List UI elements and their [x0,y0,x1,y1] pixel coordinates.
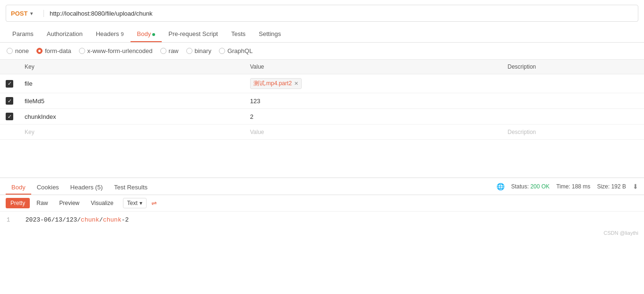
tab-headers[interactable]: Headers 9 [89,27,131,42]
radio-raw[interactable]: raw [160,47,179,54]
table-row: ✓ fileMd5 123 [0,93,644,109]
row2-key[interactable]: fileMd5 [19,93,244,109]
format-preview-button[interactable]: Preview [54,198,84,208]
body-dot-indicator [152,33,155,36]
tab-settings[interactable]: Settings [252,27,287,42]
url-input[interactable] [44,10,638,17]
row3-checkbox-cell[interactable]: ✓ [0,109,19,125]
status-code: 200 OK [531,183,550,190]
format-toolbar: Pretty Raw Preview Visualize Text ▾ ⇌ [0,195,644,212]
status-time: 188 ms [572,183,590,190]
tab-pre-request-script[interactable]: Pre-request Script [162,27,225,42]
code-content: 2023-06/13/123/chunk/chunk-2 [26,216,129,223]
row1-checkbox[interactable]: ✓ [6,80,13,88]
row1-value[interactable]: 测试.mp4.part2 ✕ [244,74,502,93]
table-header-key: Key [19,60,244,74]
radio-none[interactable]: none [7,47,29,54]
size-label: Size: 192 B [597,183,626,190]
remove-file-icon[interactable]: ✕ [294,80,298,87]
radio-circle-binary [186,48,192,54]
globe-icon[interactable]: 🌐 [496,183,505,190]
row3-description[interactable] [502,109,644,125]
save-response-icon[interactable]: ⬇ [633,183,638,190]
status-size: 192 B [611,183,626,190]
row2-description[interactable] [502,93,644,109]
format-raw-button[interactable]: Raw [32,198,52,208]
table-header-checkbox [0,60,19,74]
text-format-label: Text [127,200,138,206]
radio-graphql[interactable]: GraphQL [219,47,252,54]
tab-tests[interactable]: Tests [225,27,252,42]
body-type-row: none form-data x-www-form-urlencoded raw… [0,43,644,59]
response-tabs: Body Cookies Headers (5) Test Results 🌐 … [0,178,644,195]
empty-checkbox-cell [0,125,19,140]
time-label: Time: 188 ms [556,183,590,190]
response-tab-test-results[interactable]: Test Results [108,181,153,195]
tab-params[interactable]: Params [6,27,40,42]
method-value: POST [11,10,27,17]
empty-value[interactable]: Value [244,125,502,140]
radio-circle-urlencoded [79,48,85,54]
empty-key[interactable]: Key [19,125,244,140]
table-row: ✓ chunkIndex 2 [0,109,644,125]
file-tag: 测试.mp4.part2 ✕ [250,78,302,89]
radio-circle-none [7,48,13,54]
watermark-text: CSDN @liaythi [603,230,638,236]
table-row: ✓ file 测试.mp4.part2 ✕ [0,74,644,93]
status-bar: 🌐 Status: 200 OK Time: 188 ms Size: 192 … [496,183,638,193]
tab-body[interactable]: Body [131,27,162,42]
row2-checkbox[interactable]: ✓ [6,97,13,105]
row1-description[interactable] [502,74,644,93]
radio-urlencoded[interactable]: x-www-form-urlencoded [79,47,153,54]
response-tab-cookies[interactable]: Cookies [31,181,65,195]
response-tab-body[interactable]: Body [6,181,31,195]
body-table: Key Value Description ✓ file 测试.mp4.part… [0,59,644,140]
radio-circle-raw [160,48,166,54]
row2-checkbox-cell[interactable]: ✓ [0,93,19,109]
radio-binary[interactable]: binary [186,47,211,54]
footer-watermark: CSDN @liaythi [0,228,644,238]
radio-circle-form-data [36,48,43,54]
chevron-down-icon: ▾ [139,200,142,206]
format-pretty-button[interactable]: Pretty [6,198,30,208]
radio-form-data[interactable]: form-data [36,47,71,54]
tab-authorization[interactable]: Authorization [40,27,89,42]
table-row-empty: Key Value Description [0,125,644,140]
word-wrap-icon[interactable]: ⇌ [151,199,157,207]
empty-description[interactable]: Description [502,125,644,140]
url-bar: POST ▾ [6,5,638,22]
row3-value[interactable]: 2 [244,109,502,125]
format-visualize-button[interactable]: Visualize [86,198,118,208]
response-body-code: 1 2023-06/13/123/chunk/chunk-2 [0,212,644,228]
row1-checkbox-cell[interactable]: ✓ [0,74,19,93]
status-label: Status: 200 OK [511,183,549,190]
table-header-description: Description [502,60,644,74]
table-header-value: Value [244,60,502,74]
radio-circle-graphql [219,48,225,54]
row2-value[interactable]: 123 [244,93,502,109]
row3-key[interactable]: chunkIndex [19,109,244,125]
request-tabs: Params Authorization Headers 9 Body Pre-… [0,27,644,43]
text-format-dropdown[interactable]: Text ▾ [123,198,147,208]
file-name: 测试.mp4.part2 [253,80,292,88]
line-number: 1 [7,217,18,223]
method-selector[interactable]: POST ▾ [6,10,44,17]
row3-checkbox[interactable]: ✓ [6,113,13,120]
row1-key[interactable]: file [19,74,244,93]
response-tab-headers[interactable]: Headers (5) [65,181,109,195]
chevron-down-icon: ▾ [30,11,33,16]
